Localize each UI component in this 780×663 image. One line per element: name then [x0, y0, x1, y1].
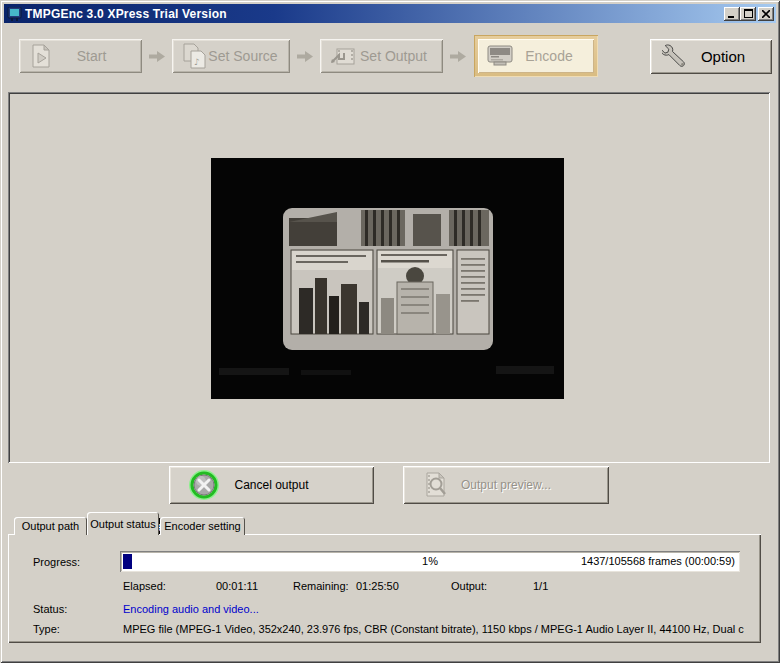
flow-arrow-icon — [149, 50, 166, 63]
set-source-button-label: Set Source — [208, 48, 290, 64]
set-output-button[interactable]: Set Output — [320, 39, 443, 73]
option-button-label: Option — [688, 48, 772, 65]
start-button[interactable]: Start — [19, 39, 142, 73]
remaining-value: 01:25:50 — [356, 580, 399, 592]
start-button-label: Start — [53, 48, 142, 64]
start-play-icon — [29, 43, 53, 69]
set-source-button[interactable]: ♪ Set Source — [172, 39, 290, 73]
app-icon — [7, 7, 22, 21]
video-frame — [211, 158, 564, 399]
output-count-value: 1/1 — [533, 580, 548, 592]
window-title: TMPGEnc 3.0 XPress Trial Version — [25, 7, 227, 21]
encode-button[interactable]: Encode — [478, 39, 594, 73]
flow-arrow-icon — [450, 50, 467, 63]
set-output-button-label: Set Output — [356, 48, 443, 64]
elapsed-value: 00:01:11 — [216, 580, 258, 592]
app-window: TMPGEnc 3.0 XPress Trial Version Start — [0, 0, 780, 663]
cancel-circle-icon — [189, 470, 219, 500]
status-value: Encoding audio and video... — [123, 603, 259, 615]
cancel-output-button[interactable]: Cancel output — [169, 466, 374, 504]
tab-output-path[interactable]: Output path — [14, 517, 87, 535]
tab-encoder-setting[interactable]: Encoder setting — [160, 517, 245, 535]
tab-output-status-label: Output status — [90, 518, 155, 530]
status-label: Status: — [33, 603, 67, 615]
svg-text:♪: ♪ — [194, 57, 200, 67]
output-preview-button: Output preview... — [403, 466, 609, 504]
wrench-icon — [662, 44, 688, 70]
maximize-button[interactable] — [740, 7, 756, 21]
encode-button-highlight: Encode — [474, 35, 598, 77]
type-label: Type: — [33, 623, 60, 635]
type-value: MPEG file (MPEG-1 Video, 352x240, 23.976… — [123, 623, 744, 635]
preview-panel: Displaying resulting image — [8, 92, 770, 463]
progress-label: Progress: — [33, 556, 80, 568]
window-controls — [724, 7, 774, 21]
output-count-label: Output: — [451, 580, 487, 592]
tab-encoder-setting-label: Encoder setting — [164, 520, 240, 532]
preview-doc-icon — [423, 471, 449, 499]
elapsed-label: Elapsed: — [123, 580, 166, 592]
encode-button-label: Encode — [514, 48, 594, 64]
titlebar[interactable]: TMPGEnc 3.0 XPress Trial Version — [4, 4, 776, 23]
progress-frames: 1437/105568 frames (00:00:59) — [581, 555, 735, 567]
tab-output-path-label: Output path — [22, 520, 80, 532]
output-film-icon — [330, 44, 356, 68]
flow-arrow-icon — [297, 50, 314, 63]
encode-monitor-icon — [486, 44, 514, 68]
minimize-button[interactable] — [724, 7, 740, 21]
remaining-label: Remaining: — [293, 580, 349, 592]
source-file-icon: ♪ — [182, 43, 208, 69]
option-button[interactable]: Option — [650, 39, 772, 74]
tab-output-status[interactable]: Output status — [87, 512, 159, 535]
close-button[interactable] — [758, 7, 774, 21]
progress-bar: 1% 1437/105568 frames (00:00:59) — [120, 551, 740, 572]
